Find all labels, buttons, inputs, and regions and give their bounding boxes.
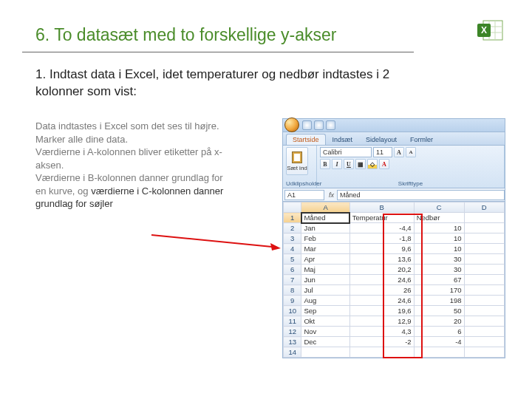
cell[interactable] <box>464 306 504 316</box>
cell[interactable]: 6 <box>414 327 464 337</box>
row-header[interactable]: 10 <box>284 306 301 316</box>
underline-button[interactable]: U <box>344 159 354 169</box>
cell[interactable] <box>464 223 504 233</box>
cell[interactable]: 10 <box>414 223 464 233</box>
table-row[interactable]: 4Mar9,610 <box>284 244 505 254</box>
table-row[interactable]: 6Maj20,230 <box>284 265 505 275</box>
table-row[interactable]: 8Jul26170 <box>284 285 505 296</box>
cell[interactable]: 198 <box>414 296 464 306</box>
fx-icon[interactable]: fx <box>329 191 334 199</box>
row-header[interactable]: 3 <box>284 233 301 244</box>
row-header[interactable]: 14 <box>284 347 301 358</box>
table-row[interactable]: 9Aug24,6198 <box>284 296 505 306</box>
fill-color-button[interactable]: ◇ <box>367 159 378 169</box>
row-header[interactable]: 6 <box>284 265 301 275</box>
cell[interactable]: -4 <box>414 337 464 347</box>
table-row[interactable]: 13Dec-2-4 <box>284 337 505 347</box>
cell[interactable]: Aug <box>301 296 349 306</box>
cell[interactable] <box>464 347 504 358</box>
border-button[interactable]: ▦ <box>355 159 366 169</box>
row-header[interactable]: 11 <box>284 316 301 327</box>
col-header-d[interactable]: D <box>464 202 504 213</box>
grow-font-icon[interactable]: A <box>394 147 404 157</box>
cell[interactable]: Jul <box>301 285 349 296</box>
formula-input[interactable]: Måned <box>337 190 505 200</box>
font-name-combo[interactable]: Calibri <box>320 147 372 157</box>
cell[interactable]: 20 <box>414 316 464 327</box>
cell[interactable] <box>464 316 504 327</box>
cell[interactable] <box>464 275 504 285</box>
col-header-b[interactable]: B <box>349 202 414 213</box>
tab-indsaet[interactable]: Indsæt <box>326 134 360 145</box>
cell[interactable]: 170 <box>414 285 464 296</box>
cell[interactable]: 10 <box>414 233 464 244</box>
cell[interactable]: -2 <box>349 337 414 347</box>
cell[interactable]: Apr <box>301 254 349 265</box>
cell[interactable]: 67 <box>414 275 464 285</box>
cell[interactable]: 13,6 <box>349 254 414 265</box>
row-header[interactable]: 13 <box>284 337 301 347</box>
cell[interactable]: Nov <box>301 327 349 337</box>
cell[interactable] <box>464 213 504 223</box>
cell[interactable]: Feb <box>301 233 349 244</box>
font-color-button[interactable]: A <box>379 159 389 169</box>
cell[interactable]: Jun <box>301 275 349 285</box>
row-header[interactable]: 7 <box>284 275 301 285</box>
cell[interactable]: Nedbør <box>414 213 464 223</box>
table-row[interactable]: 3Feb-1,810 <box>284 233 505 244</box>
cell[interactable] <box>464 244 504 254</box>
select-all-corner[interactable] <box>284 202 301 213</box>
cell[interactable]: 24,6 <box>349 275 414 285</box>
cell[interactable]: Jan <box>301 223 349 233</box>
cell[interactable] <box>464 265 504 275</box>
font-size-combo[interactable]: 11 <box>373 147 392 157</box>
table-row[interactable]: 1 Måned Temperatur Nedbør <box>284 213 505 223</box>
cell[interactable] <box>464 285 504 296</box>
spreadsheet-grid[interactable]: A B C D 1 Måned Temperatur Nedbør 2Jan-4… <box>283 202 505 358</box>
cell[interactable]: -1,8 <box>349 233 414 244</box>
bold-button[interactable]: B <box>320 159 330 169</box>
row-header[interactable]: 12 <box>284 327 301 337</box>
row-header[interactable]: 8 <box>284 285 301 296</box>
row-header[interactable]: 2 <box>284 223 301 233</box>
table-row[interactable]: 12Nov4,36 <box>284 327 505 337</box>
paste-button[interactable]: Sæt ind <box>286 147 308 175</box>
cell[interactable] <box>464 327 504 337</box>
cell[interactable] <box>414 347 464 358</box>
row-header[interactable]: 9 <box>284 296 301 306</box>
cell[interactable]: Okt <box>301 316 349 327</box>
tab-sidelayout[interactable]: Sidelayout <box>359 134 403 145</box>
row-header[interactable]: 1 <box>284 213 301 223</box>
table-row[interactable]: 10Sep19,650 <box>284 306 505 316</box>
cell[interactable]: 4,3 <box>349 327 414 337</box>
table-row[interactable]: 2Jan-4,410 <box>284 223 505 233</box>
col-header-c[interactable]: C <box>414 202 464 213</box>
tab-formler[interactable]: Formler <box>403 134 440 145</box>
cell[interactable]: 30 <box>414 254 464 265</box>
cell[interactable]: Maj <box>301 265 349 275</box>
shrink-font-icon[interactable]: A <box>406 147 416 157</box>
cell[interactable]: 26 <box>349 285 414 296</box>
cell[interactable]: 30 <box>414 265 464 275</box>
cell[interactable]: 12,9 <box>349 316 414 327</box>
cell[interactable]: 24,6 <box>349 296 414 306</box>
italic-button[interactable]: I <box>332 159 342 169</box>
qat-save-icon[interactable] <box>302 120 312 130</box>
tab-startside[interactable]: Startside <box>286 134 326 145</box>
cell[interactable]: 9,6 <box>349 244 414 254</box>
cell[interactable]: 19,6 <box>349 306 414 316</box>
qat-undo-icon[interactable] <box>314 120 324 130</box>
cell[interactable] <box>349 347 414 358</box>
name-box[interactable]: A1 <box>284 190 324 200</box>
cell[interactable] <box>464 296 504 306</box>
cell[interactable]: Dec <box>301 337 349 347</box>
cell[interactable]: 10 <box>414 244 464 254</box>
cell[interactable]: Mar <box>301 244 349 254</box>
cell[interactable] <box>301 347 349 358</box>
cell[interactable]: Måned <box>301 213 349 223</box>
cell[interactable] <box>464 337 504 347</box>
col-header-a[interactable]: A <box>301 202 349 213</box>
office-button[interactable] <box>284 117 299 132</box>
cell[interactable] <box>464 254 504 265</box>
table-row[interactable]: 11Okt12,920 <box>284 316 505 327</box>
